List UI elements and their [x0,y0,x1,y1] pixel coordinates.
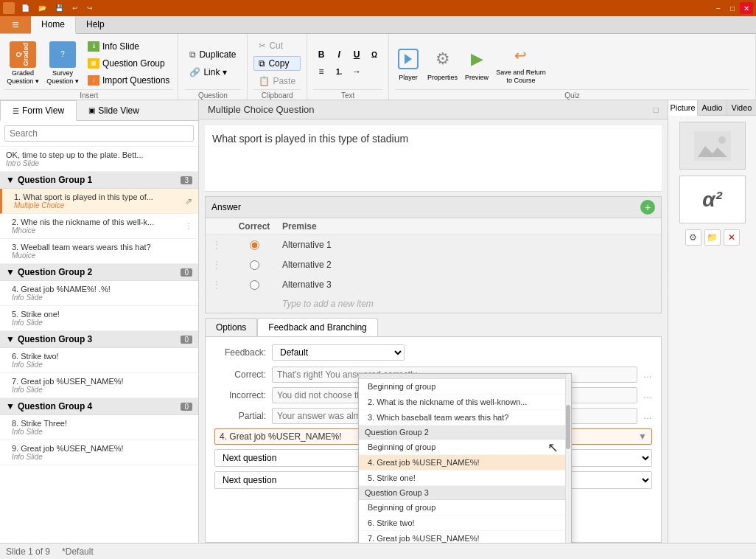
copy-button[interactable]: ⧉ Copy [253,56,301,71]
correct-edit-icon[interactable]: … [643,369,652,380]
survey-question-button[interactable]: ? SurveyQuestion ▾ [44,40,81,87]
sidebar-item-q3[interactable]: 3. Weeball team wears wears this hat? Mu… [0,239,198,264]
status-theme: *Default [62,546,94,557]
tab-form-view[interactable]: ☰ Form View [0,100,77,121]
row1-handle[interactable]: ⋮ [211,239,226,251]
insert-group-label: Insert [4,89,173,100]
incorrect-edit-icon[interactable]: … [643,390,652,400]
right-tab-audio[interactable]: Audio [698,100,727,115]
maximize-button[interactable]: □ [726,2,739,14]
status-bar: Slide 1 of 9 *Default [0,543,756,559]
link-button[interactable]: 🔗 Link ▾ [184,65,241,80]
right-panel-content: α² ⚙ 📁 ✕ [668,116,756,251]
info-slide-button[interactable]: ℹ Info Slide [84,39,173,54]
player-button[interactable]: Player [395,46,421,81]
partial-label: Partial: [214,411,266,421]
add-answer-btn[interactable]: + [640,200,655,215]
sidebar-item-q2[interactable]: 2. Whe nis the nickname of this well-k..… [0,214,198,239]
sidebar-item-q8[interactable]: 8. Strike Three! Info Slide [0,415,198,440]
underline-button[interactable]: U [349,47,365,62]
app-menu-button[interactable]: ≡ [0,16,31,33]
popup-item-q3[interactable]: 3. Which baseball team wears this hat? [359,410,571,426]
group-header-3[interactable]: ▼ Question Group 3 0 [0,331,198,348]
tab-home[interactable]: Home [31,16,76,34]
partial-edit-icon[interactable]: … [643,411,652,421]
search-input[interactable] [4,125,194,142]
incorrect-label: Incorrect: [214,390,266,400]
redo-btn[interactable]: ↪ [83,3,97,13]
feedback-select[interactable]: Default [272,344,405,361]
minimize-button[interactable]: − [712,2,725,14]
popup-item-q6[interactable]: 6. Strike two! [359,515,571,531]
right-tab-picture[interactable]: Picture [668,100,698,116]
sidebar-item-q9-title: 9. Great job %USER_NAME%! [12,444,192,453]
list-num-button[interactable]: 1. [331,64,347,79]
popup-item-q4-active[interactable]: 4. Great job %USER_NAME%! [359,455,571,471]
group-header-4[interactable]: ▼ Question Group 4 0 [0,398,198,415]
sidebar-item-intro[interactable]: OK, time to step up to the plate. Bett..… [0,147,198,172]
row2-radio[interactable] [250,260,259,270]
save-btn[interactable]: 💾 [52,3,67,13]
import-questions-button[interactable]: ↓ Import Questions [84,73,173,88]
save-return-button[interactable]: ↩ Save and Returnto Course [496,42,546,85]
new-btn[interactable]: 📄 [18,3,33,13]
popup-item-q2[interactable]: 2. What is the nickname of this well-kno… [359,395,571,410]
tab-slide-view[interactable]: ▣ Slide View [77,100,151,120]
add-new-row[interactable]: Type to add a new item [206,295,661,313]
sidebar-item-q8-subtitle: Info Slide [12,428,192,436]
popup-item-beginning-2[interactable]: Beginning of group [359,440,571,455]
undo-btn[interactable]: ↩ [69,3,82,13]
open-btn[interactable]: 📂 [35,3,50,13]
italic-button[interactable]: I [331,47,347,62]
popup-section-0 [359,374,571,379]
graded-question-label: GradedQuestion ▾ [7,69,39,86]
sidebar-item-q7[interactable]: 7. Great job %USER_NAME%! Info Slide [0,373,198,398]
question-text: What sport is played in this type of sta… [212,133,654,145]
answer-rows: ⋮ Alternative 1 ⋮ Alternative 2 [205,235,662,313]
popup-item-q7[interactable]: 7. Great job %USER_NAME%! [359,531,571,543]
right-tab-video[interactable]: Video [727,100,756,115]
popup-item-q5[interactable]: 5. Strike one! [359,471,571,486]
expand-icon[interactable]: □ [654,105,659,115]
panel-gear-btn[interactable]: ⚙ [685,229,701,246]
tab-help[interactable]: Help [76,16,115,33]
row2-handle[interactable]: ⋮ [211,259,226,271]
panel-delete-btn[interactable]: ✕ [724,229,740,246]
tab-options[interactable]: Options [205,318,257,336]
row3-handle[interactable]: ⋮ [211,279,226,291]
paste-button[interactable]: 📋 Paste [253,74,301,88]
question-group-button[interactable]: ▦ Question Group [84,56,173,71]
sidebar-item-q9[interactable]: 9. Great job %USER_NAME%! Info Slide [0,440,198,465]
graded-question-button[interactable]: GradedQ GradedQuestion ▾ [4,39,41,88]
popup-item-beginning-3[interactable]: Beginning of group [359,500,571,515]
properties-button[interactable]: ⚙ Properties [427,46,458,81]
bold-button[interactable]: B [313,47,329,62]
special-button[interactable]: Ω [366,47,382,62]
row3-radio[interactable] [250,280,259,290]
q2-options-icon: ⋮ [185,222,192,230]
group-header-2[interactable]: ▼ Question Group 2 0 [0,264,198,281]
sidebar: ☰ Form View ▣ Slide View OK, time to ste… [0,100,199,543]
clipboard-group-label: Clipboard [253,89,301,100]
duplicate-button[interactable]: ⧉ Duplicate [184,47,241,62]
panel-folder-btn[interactable]: 📁 [704,229,721,246]
row1-radio[interactable] [250,240,259,250]
answer-header: Answer + [205,196,662,218]
cut-button[interactable]: ✂ Cut [253,38,301,53]
list-ul-button[interactable]: ≡ [313,64,329,79]
group-header-1[interactable]: ▼ Question Group 1 3 [0,172,198,189]
preview-button[interactable]: ▶ Preview [463,46,490,81]
tab-feedback[interactable]: Feedback and Branching [257,318,377,337]
popup-scroll: Beginning of group 2. What is the nickna… [359,374,571,543]
sidebar-item-q1[interactable]: 1. What sport is played in this type of.… [0,189,198,214]
sidebar-item-q5[interactable]: 5. Strike one! Info Slide [0,306,198,331]
close-button[interactable]: ✕ [740,2,753,14]
alpha-thumbnail: α² [679,176,746,223]
sidebar-item-q6[interactable]: 6. Strike two! Info Slide [0,348,198,373]
sidebar-item-q4[interactable]: 4. Great job %NAME%! .%! Info Slide [0,281,198,306]
indent-button[interactable]: → [349,64,365,79]
question-text-area[interactable]: What sport is played in this type of sta… [205,125,662,192]
popup-item-beginning-1[interactable]: Beginning of group [359,379,571,395]
title-bar: 📄 📂 💾 ↩ ↪ − □ ✕ [0,0,756,16]
popup-scrollbar[interactable] [565,374,571,543]
